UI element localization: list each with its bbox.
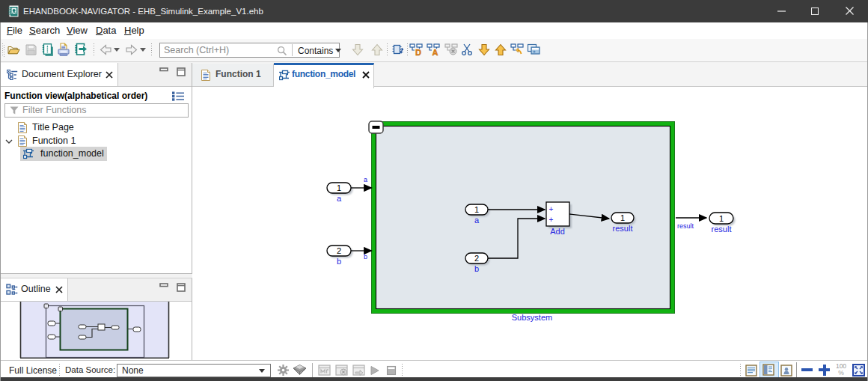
svg-text:result: result bbox=[613, 224, 633, 233]
svg-text:+: + bbox=[549, 205, 554, 213]
svg-text:b: b bbox=[474, 264, 479, 273]
svg-text:result: result bbox=[677, 222, 694, 230]
svg-text:A: A bbox=[433, 48, 438, 57]
svg-text:+: + bbox=[549, 216, 554, 224]
svg-text:a: a bbox=[337, 194, 342, 203]
svg-text:1: 1 bbox=[719, 214, 724, 223]
svg-text:1: 1 bbox=[474, 205, 479, 214]
svg-text:Add: Add bbox=[550, 227, 565, 236]
svg-text:D: D bbox=[415, 48, 421, 57]
svg-text:result: result bbox=[712, 225, 732, 234]
svg-text:2: 2 bbox=[474, 254, 479, 263]
svg-text:b: b bbox=[364, 253, 367, 260]
svg-text:a: a bbox=[364, 176, 367, 183]
svg-text:b: b bbox=[337, 257, 341, 266]
svg-text:1: 1 bbox=[620, 213, 625, 222]
svg-text:2: 2 bbox=[337, 246, 341, 255]
svg-text:Subsystem: Subsystem bbox=[512, 313, 552, 322]
svg-text:1: 1 bbox=[337, 183, 341, 192]
svg-text:a: a bbox=[474, 216, 480, 225]
